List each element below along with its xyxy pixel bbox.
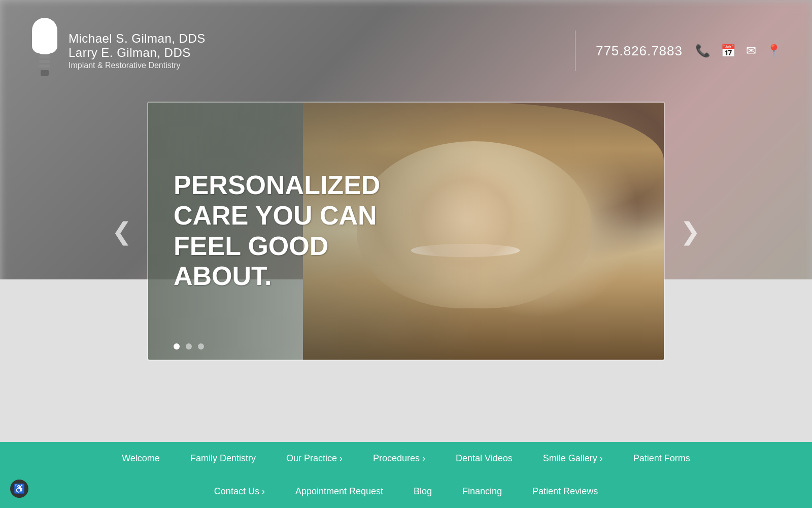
slider-dots bbox=[174, 343, 204, 350]
nav-financing[interactable]: Financing bbox=[447, 475, 517, 508]
dot-2[interactable] bbox=[186, 343, 192, 350]
dot-1[interactable] bbox=[174, 343, 180, 350]
slide-headline: PERSONALIZED CARE YOU CAN FEEL GOOD ABOU… bbox=[174, 170, 402, 292]
slider-prev-button[interactable]: ❮ bbox=[112, 217, 132, 245]
nav-contact-us[interactable]: Contact Us › bbox=[199, 475, 280, 508]
accessibility-button[interactable]: ♿ bbox=[10, 480, 28, 498]
nav-bar: Welcome Family Dentistry Our Practice › … bbox=[0, 442, 812, 508]
practice-subtitle: Implant & Restorative Dentistry bbox=[69, 61, 206, 70]
nav-dental-videos[interactable]: Dental Videos bbox=[441, 442, 528, 475]
dot-3[interactable] bbox=[198, 343, 204, 350]
accessibility-icon: ♿ bbox=[14, 483, 25, 494]
nav-smile-gallery[interactable]: Smile Gallery › bbox=[528, 442, 618, 475]
slider-wrapper: ❮ PERSONALIZED CARE YOU CAN FEEL GOOD AB… bbox=[147, 102, 665, 361]
slider-container: PERSONALIZED CARE YOU CAN FEEL GOOD ABOU… bbox=[147, 102, 665, 361]
location-icon[interactable]: 📍 bbox=[766, 44, 782, 58]
nav-procedures[interactable]: Procedures › bbox=[358, 442, 441, 475]
doctor-name-2: Larry E. Gilman, DDS bbox=[69, 46, 206, 60]
nav-family-dentistry[interactable]: Family Dentistry bbox=[175, 442, 271, 475]
nav-row-2: Contact Us › Appointment Request Blog Fi… bbox=[0, 475, 812, 508]
nav-our-practice[interactable]: Our Practice › bbox=[271, 442, 358, 475]
nav-appointment-request[interactable]: Appointment Request bbox=[280, 475, 398, 508]
nav-welcome[interactable]: Welcome bbox=[107, 442, 175, 475]
doctor-name-1: Michael S. Gilman, DDS bbox=[69, 31, 206, 46]
phone-number[interactable]: 775.826.7883 bbox=[596, 43, 683, 59]
logo-icon bbox=[30, 18, 58, 84]
nav-patient-forms[interactable]: Patient Forms bbox=[618, 442, 705, 475]
logo-area: Michael S. Gilman, DDS Larry E. Gilman, … bbox=[30, 18, 206, 84]
email-icon[interactable]: ✉ bbox=[746, 44, 756, 58]
tooth-shape bbox=[32, 18, 57, 53]
contact-area: 775.826.7883 📞 📅 ✉ 📍 bbox=[596, 43, 782, 59]
logo-text: Michael S. Gilman, DDS Larry E. Gilman, … bbox=[69, 31, 206, 70]
nav-blog[interactable]: Blog bbox=[398, 475, 447, 508]
implant-ring bbox=[39, 65, 50, 68]
implant-ring bbox=[39, 55, 50, 58]
nav-row-1: Welcome Family Dentistry Our Practice › … bbox=[0, 442, 812, 475]
phone-icon[interactable]: 📞 bbox=[695, 44, 710, 58]
slider-next-button[interactable]: ❯ bbox=[680, 217, 700, 245]
header: Michael S. Gilman, DDS Larry E. Gilman, … bbox=[0, 0, 812, 102]
implant-ring bbox=[39, 60, 50, 63]
nav-patient-reviews[interactable]: Patient Reviews bbox=[517, 475, 613, 508]
slide-text: PERSONALIZED CARE YOU CAN FEEL GOOD ABOU… bbox=[174, 170, 402, 292]
implant-rings bbox=[39, 55, 50, 76]
header-icons: 📞 📅 ✉ 📍 bbox=[695, 44, 782, 58]
main-area: ❮ PERSONALIZED CARE YOU CAN FEEL GOOD AB… bbox=[0, 102, 812, 361]
header-divider bbox=[575, 30, 576, 71]
calendar-icon[interactable]: 📅 bbox=[721, 44, 736, 58]
slide: PERSONALIZED CARE YOU CAN FEEL GOOD ABOU… bbox=[148, 103, 664, 360]
implant-base bbox=[41, 70, 49, 76]
